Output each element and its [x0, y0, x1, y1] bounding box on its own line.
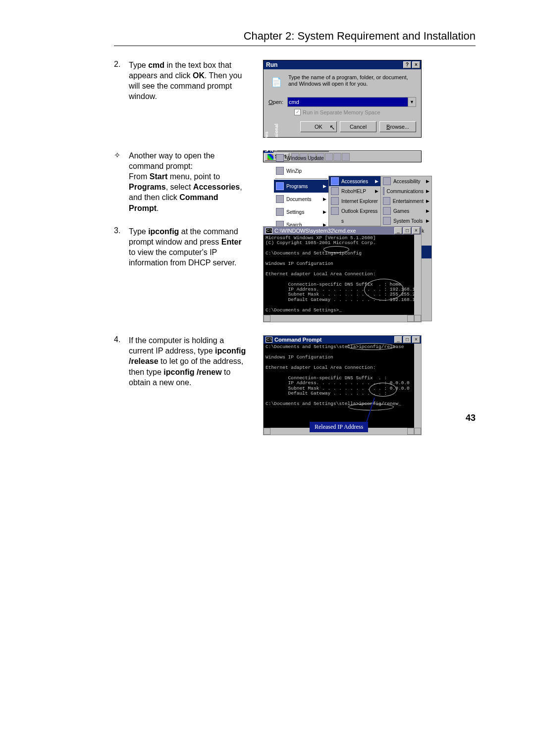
- step-3-text: Type ipconfig at the command prompt wind…: [129, 226, 255, 268]
- menu-item-winzip[interactable]: WinZip: [274, 164, 328, 177]
- acc-item[interactable]: Entertainment▶: [381, 196, 431, 206]
- folder-icon: [383, 207, 391, 215]
- run-separate-memory-label: Run in Separate Memory Space: [303, 109, 380, 115]
- tip-bullet: ✧: [114, 151, 129, 160]
- tray-icon[interactable]: [333, 153, 341, 161]
- step-number: 2.: [114, 60, 129, 69]
- maximize-icon[interactable]: □: [403, 336, 411, 343]
- submenu-item-ie[interactable]: Internet Explorer: [329, 196, 380, 206]
- windows-icon: [268, 154, 273, 160]
- menu-item-documents[interactable]: Documents▶: [274, 193, 328, 205]
- highlight-ellipse: [323, 246, 349, 253]
- folder-icon: [331, 177, 339, 185]
- help-icon[interactable]: ?: [403, 61, 411, 68]
- cmd-titlebar: C:\ C:\WINDOWS\system32\cmd.exe _ □ ×: [264, 227, 421, 235]
- chevron-down-icon[interactable]: ▼: [408, 98, 416, 106]
- tip-text: Another way to open the command prompt: …: [129, 151, 255, 213]
- close-icon[interactable]: ×: [412, 227, 420, 234]
- menu-item-programs[interactable]: Programs▶: [274, 180, 328, 193]
- scrollbar-vertical[interactable]: [414, 344, 421, 428]
- menu-item-settings[interactable]: Settings▶: [274, 205, 328, 218]
- step-2-text: Type cmd in the text box that appears an…: [129, 60, 255, 101]
- maximize-icon[interactable]: □: [403, 227, 411, 234]
- ie-icon: [331, 197, 339, 205]
- acc-item[interactable]: System Tools▶: [381, 216, 431, 226]
- programs-icon: [276, 182, 284, 190]
- folder-icon: [383, 187, 384, 195]
- page-number: 43: [466, 413, 476, 423]
- globe-icon: [276, 154, 284, 162]
- run-dialog: Run ? × 📄 Type the name of a program, fo…: [263, 60, 422, 138]
- folder-icon: [383, 217, 391, 225]
- cmd-icon: C:\: [266, 337, 272, 343]
- tray-icon[interactable]: [342, 153, 350, 161]
- folder-icon: [383, 197, 390, 205]
- cmd-window-ipconfig: C:\ C:\WINDOWS\system32\cmd.exe _ □ × Mi…: [263, 226, 422, 323]
- programs-submenu: Accessories▶ RoboHELP▶ Internet Explorer…: [328, 176, 381, 226]
- start-menu-main: Windows Update WinZip Programs▶ Document…: [273, 151, 329, 152]
- scrollbar-vertical[interactable]: [414, 235, 421, 315]
- cancel-button[interactable]: Cancel: [340, 121, 376, 132]
- folder-icon: [383, 177, 391, 185]
- step-number: 4.: [114, 335, 129, 344]
- close-icon[interactable]: ×: [412, 336, 420, 343]
- acc-item[interactable]: Games▶: [381, 206, 431, 216]
- cmd-window-release-renew: C:\ Command Prompt _ □ × C:\Documents an…: [263, 335, 422, 435]
- chevron-right-icon: ▶: [323, 184, 326, 189]
- acc-item[interactable]: Accessibility▶: [381, 176, 431, 186]
- step-4-text: If the computer is holding a current IP …: [129, 335, 255, 388]
- scrollbar-horizontal[interactable]: ◄►: [264, 315, 421, 322]
- run-separate-memory-checkbox: ✓: [294, 109, 301, 115]
- acc-item[interactable]: Communications▶: [381, 186, 431, 196]
- submenu-item-outlook[interactable]: Outlook Express: [329, 206, 380, 216]
- minimize-icon[interactable]: _: [394, 227, 402, 234]
- run-icon: 📄: [268, 74, 284, 90]
- chapter-header: Chapter 2: System Requirement and Instal…: [114, 30, 476, 46]
- documents-icon: [276, 195, 284, 203]
- ok-button[interactable]: OK: [300, 121, 337, 132]
- menu-item-windows-update[interactable]: Windows Update: [274, 151, 328, 164]
- highlight-ellipse: [364, 279, 404, 301]
- run-titlebar: Run ? ×: [264, 60, 421, 69]
- run-open-combo[interactable]: ▼: [287, 97, 416, 107]
- submenu-item-s[interactable]: s: [329, 216, 380, 226]
- folder-icon: [331, 187, 339, 195]
- submenu-item-accessories[interactable]: Accessories▶: [329, 176, 380, 186]
- outlook-icon: [331, 207, 339, 215]
- start-menu-sidebar-band: Windows 2000 Professional: [264, 151, 273, 153]
- settings-icon: [276, 208, 284, 216]
- cmd-titlebar: C:\ Command Prompt _ □ ×: [264, 336, 421, 344]
- browse-button[interactable]: Browse...: [379, 121, 416, 132]
- close-icon[interactable]: ×: [412, 61, 420, 68]
- run-open-label: OOpen:pen:: [268, 99, 283, 105]
- minimize-icon[interactable]: _: [394, 336, 402, 343]
- start-menu-figure: Windows 2000 Professional Windows Update…: [263, 151, 422, 162]
- run-description: Type the name of a program, folder, or d…: [288, 74, 416, 90]
- run-open-input[interactable]: [288, 98, 408, 106]
- callout-released-ip: Released IP Address: [310, 422, 368, 432]
- winzip-icon: [276, 167, 284, 175]
- cmd-icon: C:\: [266, 228, 272, 234]
- step-number: 3.: [114, 226, 129, 235]
- submenu-item-robohelp[interactable]: RoboHELP▶: [329, 186, 380, 196]
